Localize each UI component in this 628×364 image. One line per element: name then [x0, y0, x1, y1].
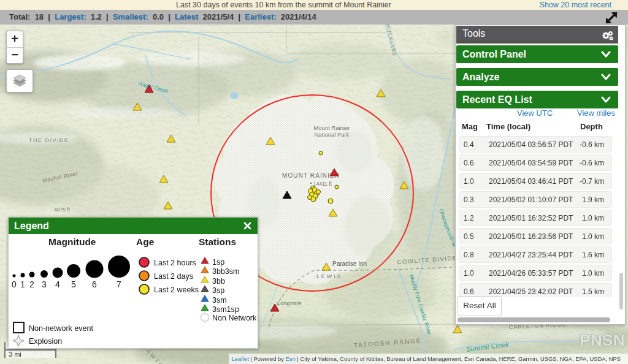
- svg-text:0: 0: [12, 279, 17, 289]
- svg-text:Mount Rainier: Mount Rainier: [313, 124, 350, 131]
- svg-text:3sm: 3sm: [212, 296, 227, 305]
- svg-text:Non Network: Non Network: [212, 314, 256, 322]
- svg-text:5: 5: [71, 279, 76, 289]
- svg-text:3: 3: [42, 279, 47, 289]
- svg-text:3sp: 3sp: [212, 286, 224, 295]
- svg-text:3sm1sp: 3sm1sp: [212, 305, 239, 314]
- svg-text:3bb3sm: 3bb3sm: [212, 267, 239, 276]
- svg-text:Last 2 days: Last 2 days: [154, 272, 193, 281]
- svg-text:4: 4: [55, 279, 60, 289]
- svg-text:7: 7: [117, 279, 121, 289]
- svg-text:14411 ft: 14411 ft: [313, 181, 332, 187]
- svg-text:Last 2 weeks: Last 2 weeks: [154, 286, 199, 294]
- svg-text:LEWIS: LEWIS: [316, 273, 342, 279]
- svg-text:Last 2 hours: Last 2 hours: [154, 259, 196, 267]
- svg-text:2: 2: [29, 279, 34, 289]
- svg-text:National Park: National Park: [314, 131, 349, 138]
- svg-text:1sp: 1sp: [212, 258, 224, 267]
- svg-text:Explosion: Explosion: [29, 337, 62, 346]
- svg-text:3bb: 3bb: [212, 277, 225, 286]
- svg-text:Longmire: Longmire: [277, 300, 302, 306]
- svg-text:1: 1: [20, 279, 25, 289]
- svg-text:6: 6: [92, 279, 97, 289]
- svg-text:4875 ft: 4875 ft: [54, 207, 71, 213]
- svg-text:Paradise Inn: Paradise Inn: [332, 260, 367, 267]
- svg-text:THE DIVIDE: THE DIVIDE: [29, 137, 69, 143]
- svg-text:Non-network event: Non-network event: [29, 324, 93, 333]
